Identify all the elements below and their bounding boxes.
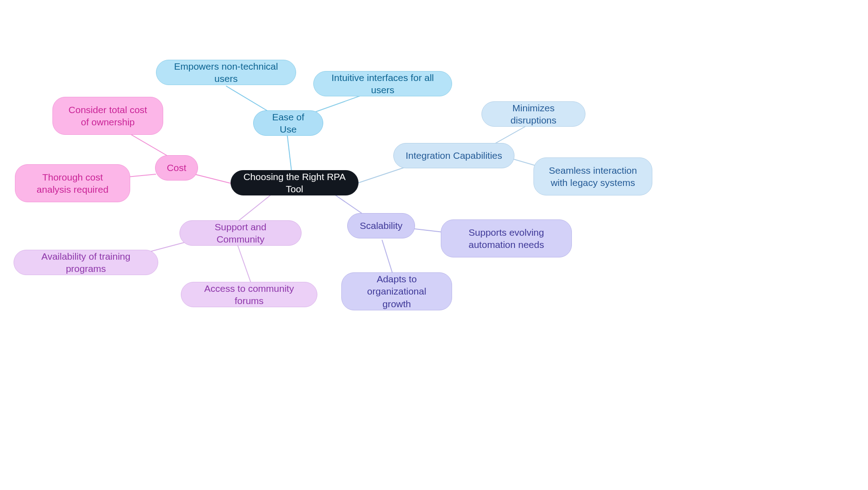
cost-sub1: Consider total cost of ownership [52, 97, 163, 135]
ease-sub2-label: Intuitive interfaces for all users [325, 71, 441, 96]
ease-sub2: Intuitive interfaces for all users [313, 71, 452, 96]
scalability-sub1-label: Supports evolving automation needs [452, 226, 561, 251]
ease-sub1: Empowers non-technical users [156, 60, 296, 85]
center-node: Choosing the Right RPA Tool [231, 170, 359, 195]
scalability-node: Scalability [347, 213, 415, 238]
center-label: Choosing the Right RPA Tool [242, 171, 347, 195]
scalability-label: Scalability [360, 219, 403, 232]
support-sub1-label: Availability of training programs [25, 250, 147, 275]
integration-node: Integration Capabilities [393, 143, 514, 168]
cost-sub2-label: Thorough cost analysis required [26, 171, 119, 196]
scalability-sub2-label: Adapts to organizational growth [353, 273, 441, 310]
svg-line-9 [237, 195, 271, 222]
cost-sub1-label: Consider total cost of ownership [64, 104, 152, 128]
scalability-sub1: Supports evolving automation needs [441, 219, 572, 257]
integration-label: Integration Capabilities [406, 149, 502, 162]
support-sub2-label: Access to community forums [192, 282, 306, 307]
cost-label: Cost [167, 162, 186, 174]
integration-sub1: Minimizes disruptions [481, 101, 585, 127]
integration-sub2-label: Seamless interaction with legacy systems [545, 164, 641, 189]
ease-sub1-label: Empowers non-technical users [167, 60, 285, 85]
support-node: Support and Community [179, 220, 302, 246]
scalability-sub2: Adapts to organizational growth [341, 272, 452, 310]
integration-sub1-label: Minimizes disruptions [493, 102, 574, 127]
svg-line-12 [194, 174, 231, 183]
svg-line-4 [493, 124, 529, 145]
svg-line-1 [226, 86, 271, 113]
ease-node: Ease of Use [253, 110, 323, 136]
svg-line-8 [382, 240, 393, 276]
ease-label: Ease of Use [264, 111, 312, 136]
cost-sub2: Thorough cost analysis required [15, 164, 130, 202]
support-sub1: Availability of training programs [14, 250, 158, 275]
support-label: Support and Community [191, 221, 290, 246]
integration-sub2: Seamless interaction with legacy systems [533, 157, 652, 195]
support-sub2: Access to community forums [181, 282, 317, 307]
svg-line-11 [237, 244, 251, 283]
cost-node: Cost [155, 155, 198, 181]
